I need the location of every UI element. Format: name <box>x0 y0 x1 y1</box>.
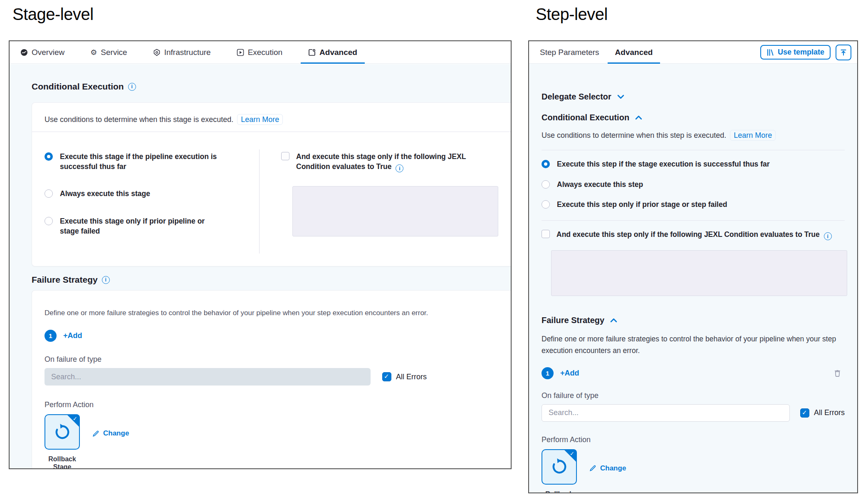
learn-more-link[interactable]: Learn More <box>730 130 776 141</box>
info-icon[interactable] <box>102 276 110 284</box>
conditional-execution-label: Conditional Execution <box>542 113 629 122</box>
learn-more-link[interactable]: Learn More <box>237 114 283 125</box>
jexl-condition-input[interactable] <box>292 186 498 236</box>
conditional-radio-group: Execute this stage if the pipeline execu… <box>45 149 259 254</box>
failure-strategy-header[interactable]: Failure Strategy <box>542 316 845 325</box>
tab-service[interactable]: ⚙ Service <box>90 41 127 63</box>
selected-check-icon <box>570 450 574 457</box>
strategy-count-badge[interactable]: 1 <box>542 367 554 379</box>
failure-strategy-description: Define one or more failure strategies to… <box>542 333 838 356</box>
execution-icon <box>237 49 244 56</box>
service-gear-icon: ⚙ <box>90 48 97 57</box>
tab-label: Overview <box>32 48 64 57</box>
radio-execute-if-successful[interactable]: Execute this step if the stage execution… <box>542 159 845 169</box>
strategy-count-badge[interactable]: 1 <box>45 330 57 342</box>
tab-infrastructure[interactable]: Infrastructure <box>153 41 211 63</box>
delete-strategy-button[interactable] <box>833 369 841 377</box>
tab-label: Execution <box>248 48 282 57</box>
upload-template-button[interactable] <box>836 45 851 60</box>
failure-strategy-heading-text: Failure Strategy <box>32 275 98 285</box>
tab-label: Advanced <box>615 48 653 57</box>
selected-action: Rollback Stage <box>542 449 577 493</box>
section-divider <box>542 220 845 221</box>
change-action-link[interactable]: Change <box>589 464 626 473</box>
perform-action-label: Perform Action <box>45 400 498 409</box>
radio-icon <box>542 200 550 209</box>
conditional-radio-group: Execute this step if the stage execution… <box>542 159 845 210</box>
failure-strategy-description: Define one or more failure strategies to… <box>45 309 498 317</box>
all-errors-label: All Errors <box>814 408 845 417</box>
checkbox-icon <box>281 152 289 160</box>
jexl-condition-input[interactable] <box>551 250 847 296</box>
chevron-up-icon <box>610 318 617 323</box>
rollback-stage-action-tile[interactable] <box>45 414 80 450</box>
rollback-stage-action-tile[interactable] <box>542 449 577 485</box>
jexl-condition-label: And execute this step only if the follow… <box>556 230 832 241</box>
jexl-condition-checkbox-row[interactable]: And execute this stage only if the follo… <box>281 152 498 172</box>
tab-execution[interactable]: Execution <box>237 41 282 63</box>
description-text: Use conditions to determine when this st… <box>45 115 233 124</box>
failure-strategy-label: Failure Strategy <box>542 316 604 325</box>
all-errors-checkbox-row[interactable]: All Errors <box>800 408 845 418</box>
change-action-link[interactable]: Change <box>92 429 129 438</box>
all-errors-checkbox-row[interactable]: All Errors <box>382 372 427 381</box>
use-template-label: Use template <box>778 48 824 57</box>
card-divider <box>32 132 511 132</box>
jexl-condition-checkbox-row[interactable]: And execute this step only if the follow… <box>542 230 845 241</box>
description-text: Use conditions to determine when this st… <box>542 131 726 139</box>
radio-icon <box>45 189 53 198</box>
change-label: Change <box>600 464 626 473</box>
failure-strategy-heading: Failure Strategy <box>32 275 511 285</box>
pencil-icon <box>589 465 596 472</box>
pencil-icon <box>92 430 99 437</box>
radio-execute-if-successful[interactable]: Execute this stage if the pipeline execu… <box>45 152 259 172</box>
change-label: Change <box>103 429 129 438</box>
failure-type-row: All Errors <box>542 404 845 422</box>
strategy-badge-row: 1 +Add <box>45 330 498 342</box>
radio-always-execute[interactable]: Always execute this step <box>542 180 845 190</box>
strategy-badge-row: 1 +Add <box>542 367 845 379</box>
info-icon[interactable] <box>824 232 832 240</box>
tab-label: Service <box>101 48 127 57</box>
step-advanced-panel: Step Parameters Advanced Use template De… <box>528 40 858 493</box>
step-level-title: Step-level <box>536 5 608 24</box>
stage-advanced-content: Conditional Execution Use conditions to … <box>10 64 511 468</box>
action-tile-caption: Rollback Stage <box>45 455 80 469</box>
failure-type-search-input[interactable] <box>45 368 371 386</box>
delegate-selector-header[interactable]: Delegate Selector <box>542 92 845 102</box>
radio-label: Execute this stage if the pipeline execu… <box>60 152 220 172</box>
radio-execute-if-failed[interactable]: Execute this stage only if prior pipelin… <box>45 216 259 236</box>
action-caption-line1: Rollback <box>542 490 577 493</box>
tab-label: Step Parameters <box>540 48 599 57</box>
action-caption-line2: Stage <box>45 463 80 469</box>
tab-step-parameters[interactable]: Step Parameters <box>540 41 599 63</box>
selected-check-icon <box>73 415 77 422</box>
perform-action-label: Perform Action <box>542 435 845 444</box>
action-tile-caption: Rollback Stage <box>542 490 577 493</box>
tab-overview[interactable]: Overview <box>20 41 64 63</box>
radio-icon <box>45 217 53 225</box>
radio-label: Execute this step if the stage execution… <box>557 159 770 169</box>
info-icon[interactable] <box>128 83 136 91</box>
conditional-execution-description: Use conditions to determine when this st… <box>45 115 498 124</box>
selected-action: Rollback Stage <box>45 414 80 469</box>
tab-advanced[interactable]: Advanced <box>615 41 653 63</box>
delegate-selector-label: Delegate Selector <box>542 92 611 102</box>
add-strategy-button[interactable]: +Add <box>63 331 82 340</box>
use-template-button[interactable]: Use template <box>760 45 831 60</box>
jexl-label-text: And execute this step only if the follow… <box>556 230 820 239</box>
info-icon[interactable] <box>396 164 403 172</box>
section-divider <box>542 150 845 150</box>
add-strategy-button[interactable]: +Add <box>560 369 579 378</box>
radio-icon <box>542 180 550 189</box>
radio-execute-if-failed[interactable]: Execute this step only if prior stage or… <box>542 200 845 210</box>
failure-type-search-input[interactable] <box>542 404 790 422</box>
conditional-execution-header[interactable]: Conditional Execution <box>542 113 845 122</box>
chevron-up-icon <box>635 115 642 120</box>
conditional-execution-heading-text: Conditional Execution <box>32 82 124 92</box>
radio-label: Always execute this step <box>557 180 643 190</box>
radio-always-execute[interactable]: Always execute this stage <box>45 189 259 199</box>
radio-label: Execute this stage only if prior pipelin… <box>60 216 220 236</box>
stage-tabbar: Overview ⚙ Service Infrastructure Execut… <box>10 41 511 64</box>
tab-advanced[interactable]: Advanced <box>308 41 357 63</box>
